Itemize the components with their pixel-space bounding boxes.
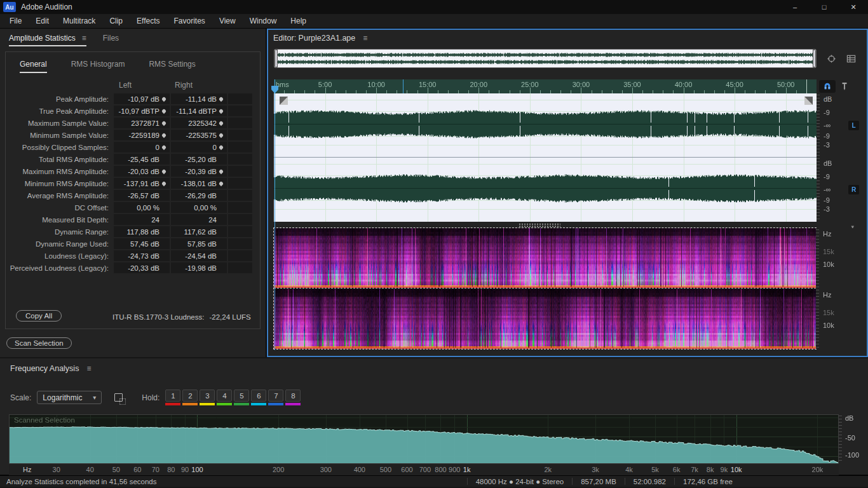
stat-filler-cell <box>228 154 252 165</box>
spectral-display-selection[interactable] <box>274 228 816 349</box>
view-divider[interactable]: ▾ <box>268 222 867 228</box>
menu-item[interactable]: Clip <box>102 15 130 27</box>
hold-button[interactable]: 1 <box>165 390 180 405</box>
tab-files[interactable]: Files <box>103 34 119 46</box>
panel-menu-icon[interactable]: ≡ <box>82 34 86 43</box>
db-tick-label: -9 <box>824 196 830 204</box>
menu-item[interactable]: File <box>3 15 29 27</box>
spectrogram-left-channel[interactable] <box>274 228 816 288</box>
audio-format-readout: 48000 Hz ● 24-bit ● Stereo <box>467 478 573 485</box>
tab-rms-settings[interactable]: RMS Settings <box>149 60 195 73</box>
snap-magnet-icon[interactable] <box>819 80 836 93</box>
right-channel-badge[interactable]: R <box>848 185 859 194</box>
x-axis-tick-label: 300 <box>320 466 332 473</box>
spectrogram-right-channel[interactable] <box>274 289 816 349</box>
menu-item[interactable]: View <box>212 15 243 27</box>
x-axis-tick-label: 3k <box>592 466 599 473</box>
pin-icon[interactable] <box>159 133 168 137</box>
close-button[interactable]: ✕ <box>839 0 868 14</box>
pin-icon[interactable] <box>159 146 168 149</box>
timeline-tick-label: 35:00 <box>623 81 641 88</box>
stat-label: Dynamic Range: <box>6 228 114 236</box>
x-axis-tick-label: 4k <box>625 466 633 473</box>
y-axis-tick: -100 <box>845 451 859 459</box>
stat-value-left: -24,73 dB <box>114 250 170 261</box>
tab-amplitude-statistics[interactable]: Amplitude Statistics ≡ <box>9 34 86 46</box>
scale-ticks <box>817 95 820 220</box>
pin-icon[interactable] <box>217 97 226 101</box>
stat-label: Average RMS Amplitude: <box>6 192 114 200</box>
layout-grid-icon[interactable] <box>846 54 856 64</box>
menu-item[interactable]: Multitrack <box>56 15 102 27</box>
fade-out-handle[interactable] <box>804 97 813 105</box>
pin-icon[interactable] <box>217 146 226 149</box>
stat-value-text: -137,91 dB <box>124 180 159 187</box>
file-overview-bar[interactable] <box>274 49 817 68</box>
playhead-line[interactable] <box>275 79 275 350</box>
statistics-tab-bar: General RMS Histogram RMS Settings <box>6 52 260 73</box>
copy-all-button[interactable]: Copy All <box>16 310 62 322</box>
tab-rms-histogram[interactable]: RMS Histogram <box>71 60 125 73</box>
waveform-left-channel[interactable] <box>274 93 817 158</box>
overview-row <box>268 46 867 71</box>
panel-menu-icon[interactable]: ≡ <box>86 364 91 373</box>
stat-value-text: -2259189 <box>128 132 159 139</box>
maximize-button[interactable]: □ <box>810 0 839 14</box>
table-row: Measured Bit Depth: 24 24 <box>6 214 260 226</box>
hold-button[interactable]: 5 <box>234 390 249 405</box>
frequency-plot[interactable] <box>9 414 839 464</box>
pin-icon[interactable] <box>159 170 168 173</box>
pin-icon[interactable] <box>217 121 226 125</box>
stat-value-left: -26,57 dB <box>114 190 170 201</box>
fade-in-handle[interactable] <box>280 97 288 105</box>
hold-button[interactable]: 7 <box>268 390 283 405</box>
pin-icon[interactable] <box>217 133 226 137</box>
table-row: Peak Amplitude: -10,97 dB -11,14 dB <box>6 93 260 105</box>
overview-gutter <box>817 54 867 64</box>
waveform-display[interactable] <box>274 93 817 222</box>
overview-left-handle[interactable] <box>275 50 278 67</box>
waveform-right-channel[interactable] <box>274 158 817 222</box>
pin-icon[interactable] <box>159 182 168 186</box>
left-channel-badge[interactable]: L <box>848 121 859 130</box>
scan-selection-button[interactable]: Scan Selection <box>6 337 72 349</box>
x-axis-tick-label: 9k <box>721 466 728 473</box>
hold-button[interactable]: 8 <box>285 390 301 405</box>
status-bar: Analyze Statistics completed in 41,56 se… <box>0 475 868 487</box>
minimize-button[interactable]: – <box>780 0 810 14</box>
menu-item[interactable]: Help <box>283 15 313 27</box>
panel-menu-icon[interactable]: ≡ <box>363 34 367 43</box>
pin-icon[interactable] <box>159 109 168 113</box>
timeline-ruler[interactable]: hms 5:0010:0015:0020:0025:0030:0035:0040… <box>274 79 817 93</box>
hold-button-number: 7 <box>268 390 283 402</box>
overview-right-handle[interactable] <box>813 50 816 67</box>
stat-value-text: -11,14 dB <box>186 95 217 103</box>
menu-item[interactable]: Edit <box>29 15 56 27</box>
snapshot-icon[interactable] <box>114 393 123 402</box>
hold-button[interactable]: 6 <box>251 390 266 405</box>
pin-icon[interactable] <box>159 121 168 125</box>
hold-button-number: 3 <box>200 390 215 402</box>
scale-dropdown[interactable]: Logarithmic ▾ <box>37 391 102 404</box>
db-unit-label: dB <box>824 95 832 103</box>
pin-icon[interactable] <box>217 170 226 173</box>
pin-marker-icon[interactable] <box>841 82 848 91</box>
hold-button[interactable]: 4 <box>217 390 232 405</box>
pin-icon[interactable] <box>217 182 226 186</box>
navigate-wheel-icon[interactable] <box>827 54 836 64</box>
hold-button[interactable]: 3 <box>200 390 215 405</box>
menu-item[interactable]: Window <box>243 15 284 27</box>
stat-value-right: -11,14 dB <box>171 93 227 104</box>
stat-label: Dynamic Range Used: <box>6 240 114 248</box>
divider-drag-handle[interactable] <box>519 223 560 227</box>
menu-item[interactable]: Effects <box>130 15 166 27</box>
pin-icon[interactable] <box>217 109 226 113</box>
hold-button[interactable]: 2 <box>182 390 198 405</box>
overview-waveform[interactable] <box>275 50 816 67</box>
menu-item[interactable]: Favorites <box>167 15 212 27</box>
pin-icon[interactable] <box>159 97 168 101</box>
tab-general[interactable]: General <box>20 60 47 73</box>
stat-value-text: -10,97 dBTP <box>118 107 159 115</box>
table-row: Maximum RMS Amplitude: -20,03 dB -20,39 … <box>6 165 260 177</box>
hz-unit-label: Hz <box>823 291 831 299</box>
